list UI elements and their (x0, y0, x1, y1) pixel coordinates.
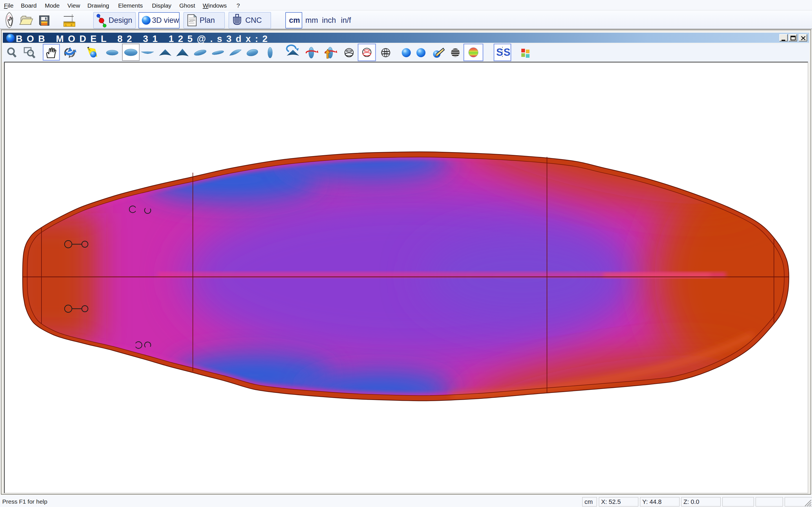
svg-text:S: S (504, 47, 510, 58)
svg-text:S: S (496, 47, 503, 58)
svg-text:1: 1 (65, 24, 66, 26)
svg-text:0: 0 (71, 24, 72, 26)
